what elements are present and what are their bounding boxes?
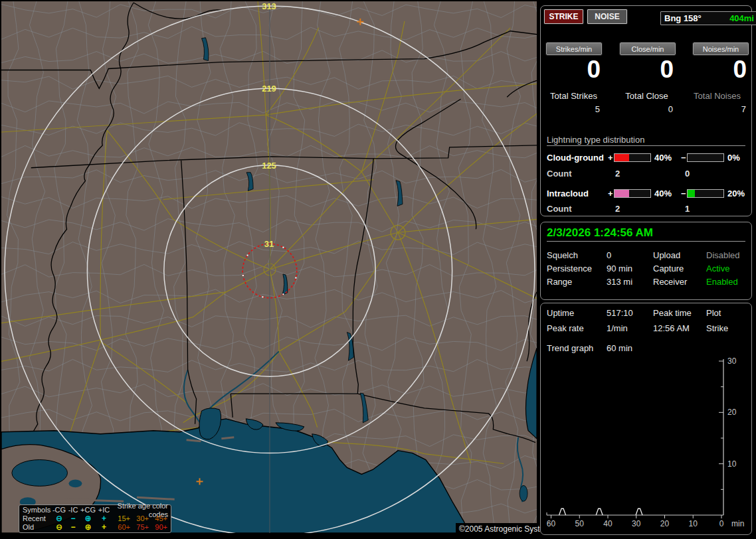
cg-count-label: Count [547,169,572,179]
svg-text:30: 30 [632,519,641,528]
cg-minus-sign: − [681,153,686,163]
upload-status: Disabled [706,250,740,260]
ic-minus-sign: − [681,189,686,198]
legend-age-label: Old [21,523,52,532]
svg-text:10: 10 [689,519,698,528]
cg-positive-bar [614,153,651,162]
circle-plus-icon: ⊕ [80,523,96,532]
age-code-75plus: 75+ [130,523,149,532]
ic-negative-pct: 20% [727,189,745,198]
distribution-underline [547,145,745,146]
ic-negative-count: 1 [685,204,690,214]
cloud-ground-label: Cloud-ground [547,153,604,163]
svg-text:0: 0 [719,519,724,528]
time-status-box: 2/3/2026 1:24:56 AM Squelch 0 Upload Dis… [540,222,752,300]
ic-positive-count: 2 [615,204,620,214]
minus-icon: − [66,523,80,532]
legend-rows: Recent⊖−⊕+15+30+45+Old⊖−⊕+60+75+90+ [21,514,169,532]
legend-header-row: Symbols -CG -IC +CG +IC Strike age color… [21,506,169,514]
datetime-underline [547,241,745,242]
range-label: Range [547,277,572,287]
close-per-min-button[interactable]: Close/min [620,42,676,55]
circle-minus-icon: ⊖ [52,523,66,532]
ic-positive-bar [614,189,651,198]
ring-label-313: 313 [262,1,276,11]
ic-negative-bar [687,189,724,198]
legend-row-old: Old⊖−⊕+60+75+90+ [21,523,169,532]
ic-count-label: Count [547,204,572,214]
ring-label-219: 219 [262,84,276,94]
persistence-value: 90 min [607,264,632,273]
total-close-value: 0 [615,104,673,114]
ic-positive-pct: 40% [654,189,672,198]
uptime-trend-box: Uptime 517:10 Peak time Plot Peak rate 1… [540,303,752,535]
svg-text:20: 20 [660,519,670,528]
plus-icon: + [96,523,112,532]
lightning-map[interactable]: 31321912531 Symbols -CG -IC +CG +IC Stri… [1,1,537,533]
total-strikes-label: Total Strikes [541,91,607,101]
receiver-label: Receiver [653,277,687,287]
close-per-min-value: 0 [615,56,674,83]
ring-label-125: 125 [262,161,276,171]
svg-text:30: 30 [727,356,737,366]
total-noises-label: Total Noises [684,91,750,101]
age-code-60plus: 60+ [112,523,130,532]
persistence-label: Persistence [547,264,592,273]
total-close-label: Total Close [614,91,680,101]
bearing-readout: Bng 158° 404mi [660,11,756,25]
strikes-per-min-button[interactable]: Strikes/min [546,42,602,55]
range-value: 313 mi [607,277,632,287]
intracloud-label: Intracloud [547,189,589,198]
capture-label: Capture [653,264,684,273]
cg-negative-pct: 0% [727,153,740,163]
svg-text:min: min [731,519,744,528]
svg-text:20: 20 [727,408,737,417]
ring-label-31: 31 [264,239,274,249]
upload-label: Upload [653,250,680,260]
legend-age-label: Recent [21,514,52,523]
bearing-distance: 404mi [729,13,754,23]
total-strikes-value: 5 [542,104,600,114]
age-code-15plus: 15+ [112,514,130,523]
noises-per-min-value: 0 [688,56,747,83]
svg-text:10: 10 [727,459,737,469]
age-code-45plus: 45+ [149,514,167,523]
capture-status: Active [706,264,729,273]
noises-per-min-button[interactable]: Noises/min [693,42,749,55]
cg-positive-pct: 40% [654,153,672,163]
age-code-30plus: 30+ [130,514,149,523]
map-canvas: 31321912531 [1,1,537,533]
svg-text:60: 60 [547,519,556,528]
distribution-title: Lightning type distribution [547,135,644,145]
bearing-value: Bng 158° [664,13,702,23]
total-noises-value: 7 [688,104,746,114]
cg-plus-sign: + [608,153,613,163]
cg-positive-count: 2 [615,169,620,179]
squelch-value: 0 [607,250,611,260]
receiver-status: Enabled [706,277,738,287]
cg-negative-count: 0 [685,169,690,179]
strikes-per-min-value: 0 [542,56,601,83]
noise-toggle-button[interactable]: NOISE [587,9,627,24]
trend-graph: 6050403020100min102030 [541,303,751,534]
svg-text:40: 40 [603,519,613,528]
strike-toggle-button[interactable]: STRIKE [544,9,583,24]
datetime-display: 2/3/2026 1:24:56 AM [547,226,653,240]
cg-negative-bar [687,153,724,162]
ic-plus-sign: + [608,189,613,198]
age-code-90plus: 90+ [149,523,167,532]
legend-symbols-header: Symbols [21,506,52,514]
symbol-legend: Symbols -CG -IC +CG +IC Strike age color… [19,504,171,533]
squelch-label: Squelch [547,250,578,260]
svg-text:50: 50 [575,519,585,528]
strike-stats-box: STRIKE NOISE Bng 158° 404mi Strikes/min … [540,5,752,216]
legend-row-recent: Recent⊖−⊕+15+30+45+ [21,514,169,523]
